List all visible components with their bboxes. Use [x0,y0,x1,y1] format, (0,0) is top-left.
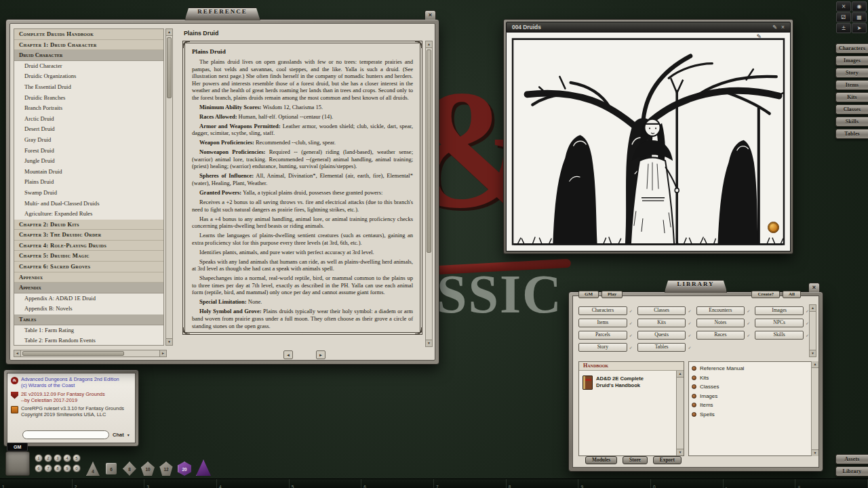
reference-nav-row[interactable]: Druidic Branches [14,93,163,104]
d20-die[interactable]: 20 [178,462,191,476]
library-window-tab[interactable]: LIBRARY [664,280,727,293]
scroll-up-icon[interactable]: ▲ [426,41,432,48]
pin-icon[interactable]: ✓ [629,345,633,350]
token-coin[interactable]: 2 [44,454,52,462]
sidebar-tab[interactable]: Tables [835,129,868,139]
draw-toggle-icon[interactable]: ✎ [756,33,762,40]
hotkey-slot[interactable]: 4 [217,479,290,488]
scroll-down-icon[interactable]: ▼ [810,350,816,357]
pa6int-brush-icon[interactable]: ✎ [772,22,777,32]
reference-nav-row[interactable]: Druid Character [14,61,163,72]
tokens-icon[interactable]: ▦ [852,12,867,22]
close-icon[interactable]: × [425,10,436,20]
close-icon[interactable]: × [781,22,785,32]
sidebar-tab[interactable]: Images [835,56,868,66]
record-type-button[interactable]: NPCs [755,319,804,327]
nav-scrollbar[interactable]: ▲ ▼ [165,28,173,346]
scroll-left-icon[interactable]: ◄ [14,350,21,357]
token-coin[interactable]: 5 [73,454,81,462]
scroll-down-icon[interactable]: ▼ [812,449,818,456]
d4-die[interactable]: 4 [86,462,100,476]
module-content-link[interactable]: Spells [692,410,812,420]
reference-nav-row[interactable]: Appendix [14,283,163,293]
token-coin[interactable]: 4 [63,454,71,462]
library-action-button[interactable]: Export [653,456,682,464]
contents-scrollbar[interactable]: ▲ ▼ [811,361,818,456]
pin-icon[interactable]: ✓ [747,308,750,313]
gm-portrait[interactable] [5,451,30,476]
pin-icon[interactable]: ✓ [688,333,691,338]
hotkey-slot[interactable]: 0 [651,479,724,488]
hotkey-slot[interactable]: 7 [434,479,507,488]
reference-nav-row[interactable]: Chapter 5: Druidic Magic [14,251,163,262]
reference-nav-row[interactable]: Table 2: Farm Random Events [14,336,163,346]
reference-nav-row[interactable]: Chapter 4: Role-Playing Druids [14,241,163,251]
reference-nav-row[interactable]: Agriculture: Expanded Rules [14,209,163,220]
close-window-icon[interactable]: × [836,1,851,12]
d8-die[interactable]: 8 [123,462,136,476]
chat-input[interactable] [22,430,109,439]
module-content-link[interactable]: Kits [692,373,812,383]
scroll-up-icon[interactable]: ▲ [677,371,684,378]
hotkey-slot[interactable]: 6 [361,479,434,488]
sidebar-tab[interactable]: Skills [835,117,868,127]
scroll-down-icon[interactable]: ▼ [166,338,172,345]
record-type-button[interactable]: Story [578,343,627,352]
dice-icon[interactable]: ⚂ [836,12,851,22]
record-type-button[interactable]: Kits [637,319,686,327]
scroll-up-icon[interactable]: ▲ [812,361,818,368]
sidebar-tab[interactable]: Characters [835,43,868,54]
record-type-button[interactable]: Items [578,319,627,327]
library-chip-button[interactable]: GM [578,291,599,298]
token-coin[interactable]: 7 [44,464,52,472]
dice-tower-icon[interactable] [196,460,211,476]
library-chip-button[interactable]: Play [601,291,623,298]
reference-window-tab[interactable]: REFERENCE [184,7,260,20]
module-list-scrollbar[interactable]: ▲ ▼ [676,371,684,455]
reference-nav-row[interactable]: Gray Druid [14,135,163,146]
d6-die[interactable]: 6 [104,462,118,476]
token-coin[interactable]: 0 [73,464,81,472]
close-icon[interactable]: × [808,283,820,292]
scroll-down-icon[interactable]: ▼ [426,340,432,346]
module-entry[interactable]: AD&D 2E Complete Druid's Handbook [579,371,684,394]
reference-nav-row[interactable]: The Essential Druid [14,82,163,93]
module-content-link[interactable]: Items [692,401,812,410]
reference-nav-row[interactable]: Chapter 1: Druid Character [14,40,163,51]
record-type-button[interactable]: Encounters [696,306,745,315]
grid-scrollbar[interactable]: ▲ ▼ [809,304,816,357]
link-anchor-icon[interactable] [768,222,779,233]
record-type-button[interactable]: Skills [755,331,804,340]
image-content[interactable]: ✎ [506,33,791,251]
pointer-icon[interactable]: ➤ [852,23,867,33]
sidebar-tab[interactable]: Assets [835,454,868,464]
module-content-link[interactable]: Reference Manual [692,364,812,373]
hotkey-slot[interactable]: 5 [290,479,362,488]
reference-nav-row[interactable]: Appendix A: AD&D 1E Druid [14,293,163,304]
reference-nav-row[interactable]: Complete Druids Handbook [14,29,163,40]
reference-nav-row[interactable]: Druidic Organizations [14,71,163,82]
reference-nav-row[interactable]: Chapter 6: Sacred Groves [14,262,163,272]
hotkey-slot[interactable]: 2 [73,479,145,488]
reference-nav-row[interactable]: Appendix [14,272,163,283]
sidebar-tab[interactable]: Library [835,466,868,476]
sidebar-tab[interactable]: Kits [835,92,868,102]
next-page-button[interactable]: ► [316,350,326,359]
nav-horizontal-scrollbar[interactable]: ◄ ► [14,350,167,357]
module-category-header[interactable]: Handbook [579,362,684,371]
module-content-link[interactable]: Images [692,392,812,401]
record-type-button[interactable]: Characters [578,306,627,315]
pin-icon[interactable]: ✓ [629,321,633,325]
scroll-right-icon[interactable]: ► [159,350,166,357]
pin-icon[interactable]: ✓ [747,333,750,338]
reference-nav-row[interactable]: Chapter 3: The Druidic Order [14,230,163,241]
scroll-thumb[interactable] [167,37,172,98]
scroll-down-icon[interactable]: ▼ [677,449,684,455]
library-action-button[interactable]: Store [623,456,648,464]
reference-nav-row[interactable]: Jungle Druid [14,156,163,167]
hotkey-slot[interactable]: 3 [144,479,217,488]
image-window-titlebar[interactable]: 004 Druids ✎ × [506,22,791,33]
reference-nav-row[interactable]: Druid Character [14,50,163,61]
token-coin[interactable]: 9 [63,464,71,472]
chat-mode-label[interactable]: Chat [113,432,124,438]
